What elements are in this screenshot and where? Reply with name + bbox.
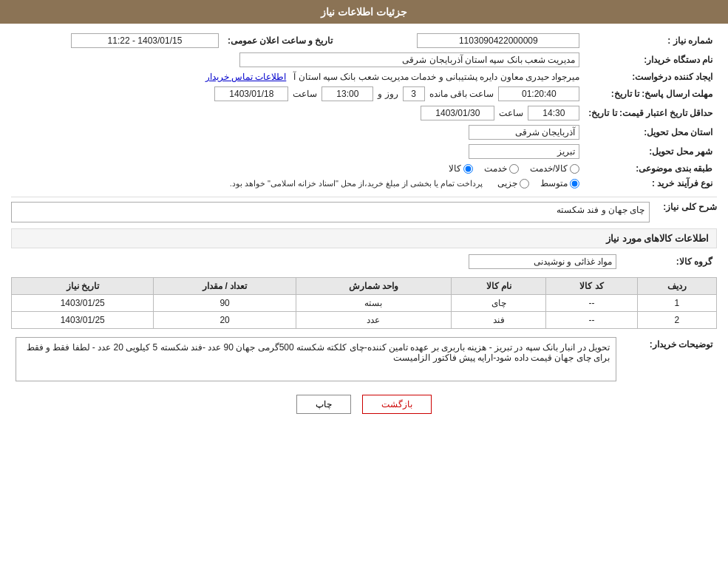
tabaqe-radio-group: کالا/خدمت خدمت کالا	[16, 163, 579, 174]
col-radif: ردیف	[637, 278, 716, 295]
naam-dastgah-value: مدیریت شعب بانک سپه استان آذربایجان شرقی	[239, 52, 579, 67]
ijad-konande-label: ایجاد کننده درخواست:	[584, 69, 717, 84]
kalaها-section-header: اطلاعات کالاهای مورد نیاز	[11, 228, 717, 248]
tabaqe-label: طبقه بندی موضوعی:	[584, 161, 717, 176]
etelaat-tamas-link[interactable]: اطلاعات تماس خریدار	[205, 72, 287, 82]
back-button[interactable]: بازگشت	[362, 395, 432, 414]
mohlat-label: مهلت ارسال پاسخ: تا تاریخ:	[584, 84, 717, 103]
sharh-koli-label: شرح کلی نیاز:	[656, 202, 717, 212]
table-row: 1--چایبسته901403/01/25	[12, 295, 717, 312]
kala-table: ردیف کد کالا نام کالا واحد شمارش تعداد /…	[11, 277, 717, 329]
radio-khadamat[interactable]: خدمت	[484, 163, 519, 174]
cell-tedad: 90	[154, 295, 296, 312]
shomara-niaz-value: 1103090422000009	[417, 33, 579, 48]
radio-mottavasat[interactable]: متوسط	[540, 178, 579, 188]
col-tedad: تعداد / مقدار	[154, 278, 296, 295]
goroh-kala-value: مواد غذائی و نوشیدنی	[469, 254, 616, 269]
divider-1	[11, 197, 717, 197]
hadaqal-label: حداقل تاریخ اعتبار قیمت: تا تاریخ:	[584, 103, 717, 123]
col-naam: نام کالا	[452, 278, 546, 295]
print-button[interactable]: چاپ	[296, 395, 351, 414]
sharh-koli-row: شرح کلی نیاز: چای جهان و فند شکسته	[11, 202, 717, 222]
cell-kod: --	[546, 312, 637, 329]
taarikho-saat-label: تاریخ و ساعت اعلان عمومی:	[223, 31, 337, 50]
cell-kod: --	[546, 295, 637, 312]
radio-kala[interactable]: کالا	[449, 163, 473, 174]
nooe-farayand-label: نوع فرآیند خرید :	[584, 176, 717, 191]
shomara-niaz-label: شماره نیاز :	[584, 31, 717, 50]
hadaqal-saat-value: 14:30	[528, 106, 579, 120]
naam-dastgah-label: نام دستگاه خریدار:	[584, 50, 717, 69]
cell-radif: 2	[637, 312, 716, 329]
mohlat-saat-value: 13:00	[322, 86, 373, 101]
radio-kala-khadamat[interactable]: کالا/خدمت	[530, 163, 579, 174]
cell-naam: چای	[452, 295, 546, 312]
hadaqal-saat-label: ساعت	[499, 108, 523, 118]
button-row: بازگشت چاپ	[11, 395, 717, 414]
mohlat-baqi-label: ساعت باقی مانده	[429, 89, 494, 99]
goroh-kala-label: گروه کالا:	[621, 252, 717, 271]
mohlat-roz-value: 3	[403, 86, 425, 101]
cell-radif: 1	[637, 295, 716, 312]
mohlat-date-value: 1403/01/18	[214, 86, 288, 101]
mohlat-roz-label: روز و	[378, 89, 398, 99]
shahr-value: تبریز	[469, 144, 579, 159]
table-row: 2--فندعدد201403/01/25	[12, 312, 717, 329]
toseeh-label: توضیحات خریدار:	[621, 335, 717, 384]
sharh-koli-value: چای جهان و فند شکسته	[11, 202, 650, 222]
ijad-konande-value: میرجواد حیدری معاون دایره پشتیبانی و خدم…	[293, 72, 579, 82]
hadaqal-date-value: 1403/01/30	[421, 106, 494, 120]
toseeh-value: تحویل در انبار بانک سپه در تبریز - هزینه…	[16, 337, 616, 381]
cell-vahed: عدد	[296, 312, 452, 329]
cell-vahed: بسته	[296, 295, 452, 312]
farayand-radio-group: متوسط جزیی	[497, 178, 579, 188]
col-tarikh: تاریخ نیاز	[12, 278, 154, 295]
taarikho-saat-value: 1403/01/15 - 11:22	[71, 33, 219, 48]
shahr-label: شهر محل تحویل:	[584, 142, 717, 161]
page-title: جزئیات اطلاعات نیاز	[321, 6, 407, 18]
col-kod: کد کالا	[546, 278, 637, 295]
col-vahed: واحد شمارش	[296, 278, 452, 295]
ostan-label: استان محل تحویل:	[584, 123, 717, 142]
mohlat-baqi-value: 01:20:40	[498, 86, 579, 101]
page-header: جزئیات اطلاعات نیاز	[0, 0, 728, 24]
ostan-value: آذربایجان شرقی	[469, 125, 579, 140]
cell-tarikh: 1403/01/25	[12, 295, 154, 312]
notice-text: پرداخت تمام یا بخشی از مبلغ خرید،از محل …	[230, 179, 483, 188]
cell-tedad: 20	[154, 312, 296, 329]
radio-jozee[interactable]: جزیی	[497, 178, 529, 188]
mohlat-saat-label: ساعت	[293, 89, 317, 99]
cell-naam: فند	[452, 312, 546, 329]
cell-tarikh: 1403/01/25	[12, 312, 154, 329]
